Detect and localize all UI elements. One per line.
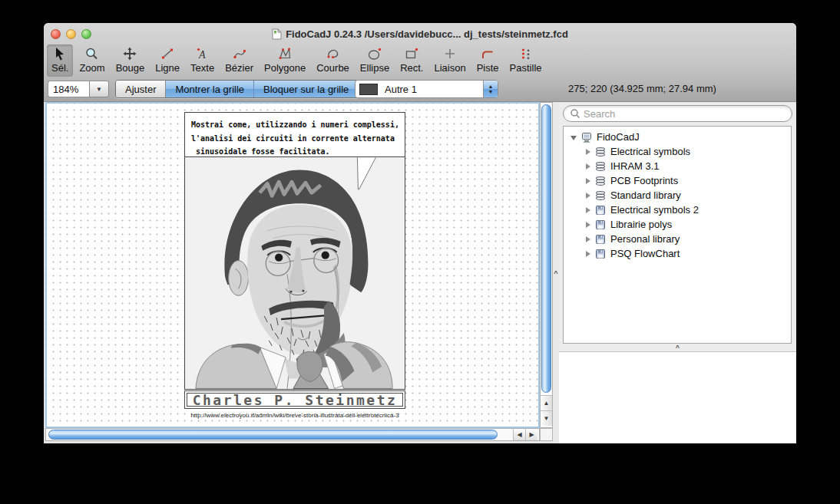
tree-root-fidocadj[interactable]: FidoCadJ bbox=[564, 130, 791, 144]
source-url-text: http://www.electroyou.it/admin/wiki/brev… bbox=[162, 412, 428, 419]
arrow-left-icon: ◀ bbox=[517, 431, 521, 438]
tree-item-label: Electrical symbols bbox=[610, 146, 690, 157]
tree-item-electrical-symbols[interactable]: Electrical symbols bbox=[564, 144, 791, 159]
tool-polygon[interactable]: Polygone bbox=[260, 44, 310, 77]
scroll-up-button[interactable]: ▲ bbox=[541, 395, 552, 410]
tool-label: Ligne bbox=[155, 61, 180, 74]
layer-name: Autre 1 bbox=[385, 84, 483, 95]
tool-zoom[interactable]: Zoom bbox=[74, 44, 109, 77]
portrait-frame[interactable] bbox=[184, 156, 405, 390]
steinmetz-portrait bbox=[185, 157, 405, 389]
stepper-down-icon: ▼ bbox=[488, 89, 494, 94]
search-input[interactable] bbox=[584, 108, 785, 120]
tree-item-label: IHRAM 3.1 bbox=[610, 160, 660, 172]
speech-text-box[interactable]: Mostrai come, utilizzando i numeri compl… bbox=[184, 112, 405, 157]
tree-item-pcb-footprints[interactable]: PCB Footprints bbox=[564, 173, 791, 188]
tree-item-electrical-symbols-2[interactable]: Electrical symbols 2 bbox=[564, 203, 791, 217]
tool-select[interactable]: Sél. bbox=[47, 44, 73, 77]
tool-pad[interactable]: Pastille bbox=[505, 44, 547, 77]
window-title-text: FidoCadJ 0.24.3 /Users/davidebucc... dj_… bbox=[286, 28, 568, 40]
disclosure-closed-icon[interactable] bbox=[586, 207, 590, 213]
tool-bezier[interactable]: Bézier bbox=[220, 44, 258, 77]
close-button[interactable] bbox=[51, 29, 61, 39]
splitter-grip-icon: ^ bbox=[554, 271, 557, 275]
zoom-combo[interactable]: 184% ▼ bbox=[48, 81, 109, 97]
zoom-window-button[interactable] bbox=[81, 29, 91, 39]
tool-rect[interactable]: Rect. bbox=[395, 44, 428, 77]
floppy-disk-icon bbox=[594, 233, 607, 245]
pad-dots-icon bbox=[518, 46, 534, 61]
library-search[interactable] bbox=[563, 105, 792, 122]
polygon-icon bbox=[277, 46, 293, 61]
disclosure-closed-icon[interactable] bbox=[586, 163, 590, 170]
disclosure-closed-icon[interactable] bbox=[586, 193, 590, 199]
library-stack-icon bbox=[594, 175, 607, 187]
desktop: FidoCadJ 0.24.3 /Users/davidebucc... dj_… bbox=[0, 0, 840, 504]
titlebar[interactable]: FidoCadJ 0.24.3 /Users/davidebucc... dj_… bbox=[44, 23, 796, 44]
tree-item-ihram[interactable]: IHRAM 3.1 bbox=[564, 159, 791, 173]
zoom-dropdown-button[interactable]: ▼ bbox=[89, 81, 109, 97]
fit-button[interactable]: Ajuster bbox=[116, 81, 166, 97]
tool-curve[interactable]: Courbe bbox=[312, 44, 354, 77]
disclosure-closed-icon[interactable] bbox=[586, 251, 590, 257]
disclosure-closed-icon[interactable] bbox=[586, 222, 590, 228]
computer-icon bbox=[580, 131, 593, 143]
horizontal-scrollbar-thumb[interactable] bbox=[48, 430, 498, 440]
tool-connection[interactable]: Liaison bbox=[429, 44, 470, 77]
minimize-button[interactable] bbox=[66, 29, 76, 39]
tool-ellipse[interactable]: Ellipse bbox=[356, 44, 394, 77]
library-stack-icon bbox=[594, 146, 607, 158]
tool-line[interactable]: Ligne bbox=[150, 44, 184, 77]
tool-label: Rect. bbox=[400, 61, 423, 74]
tool-text[interactable]: A Texte bbox=[186, 44, 219, 77]
disclosure-closed-icon[interactable] bbox=[586, 149, 590, 155]
tree-item-librairie-polys[interactable]: Librairie polys bbox=[564, 217, 791, 232]
tool-move[interactable]: Bouge bbox=[111, 44, 150, 77]
tool-label: Sél. bbox=[51, 61, 68, 74]
text-icon: A bbox=[195, 46, 210, 61]
speech-line: Mostrai come, utilizzando i numeri compl… bbox=[191, 118, 405, 132]
vertical-scrollbar-thumb[interactable] bbox=[541, 104, 551, 393]
horizontal-splitter[interactable]: ^ bbox=[559, 344, 796, 351]
snap-grid-button[interactable]: Bloquer sur la grille bbox=[254, 81, 358, 97]
library-tree[interactable]: FidoCadJ Electrical symbols IHRAM 3.1 bbox=[563, 126, 792, 344]
tree-item-psq-flowchart[interactable]: PSQ FlowChart bbox=[564, 246, 791, 261]
move-cross-icon bbox=[122, 46, 137, 61]
caption-box[interactable]: Charles P. Steinmetz bbox=[184, 390, 405, 409]
library-panel: FidoCadJ Electrical symbols IHRAM 3.1 bbox=[559, 102, 796, 443]
layer-stepper[interactable]: ▲▼ bbox=[483, 80, 498, 98]
scroll-left-button[interactable]: ◀ bbox=[513, 429, 525, 440]
library-stack-icon bbox=[594, 160, 607, 173]
chevron-down-icon: ▼ bbox=[96, 86, 102, 93]
drawing-canvas[interactable]: Mostrai come, utilizzando i numeri compl… bbox=[45, 102, 540, 428]
tree-item-label: FidoCadJ bbox=[597, 131, 640, 143]
scroll-right-button[interactable]: ▶ bbox=[525, 429, 537, 440]
coordinates-readout: 275; 220 (34.925 mm; 27.94 mm) bbox=[568, 83, 716, 94]
vertical-scrollbar[interactable]: ▲ ▼ bbox=[540, 102, 553, 428]
tool-pcb-line[interactable]: Piste bbox=[472, 44, 504, 77]
floppy-disk-icon bbox=[594, 204, 607, 216]
magnifier-icon bbox=[84, 46, 100, 61]
floppy-disk-icon bbox=[594, 219, 607, 231]
tree-item-label: Librairie polys bbox=[610, 219, 672, 230]
tree-item-label: PCB Footprints bbox=[610, 175, 678, 186]
curve-icon bbox=[326, 46, 341, 61]
disclosure-closed-icon[interactable] bbox=[586, 178, 590, 184]
scroll-down-button[interactable]: ▼ bbox=[541, 410, 552, 426]
zoom-value[interactable]: 184% bbox=[48, 81, 89, 97]
layer-color-swatch bbox=[359, 84, 378, 95]
arrow-down-icon: ▼ bbox=[544, 415, 550, 422]
disclosure-open-icon[interactable] bbox=[570, 136, 577, 140]
library-stack-icon bbox=[594, 189, 607, 202]
vertical-splitter[interactable]: ^ bbox=[553, 102, 559, 443]
tool-label: Polygone bbox=[264, 61, 306, 74]
tree-item-personal-library[interactable]: Personal library bbox=[564, 232, 791, 246]
disclosure-closed-icon[interactable] bbox=[586, 236, 590, 242]
layer-combo[interactable]: Autre 1 ▲▼ bbox=[355, 80, 498, 98]
document-proxy-icon bbox=[272, 28, 282, 40]
show-grid-button[interactable]: Montrer la grille bbox=[166, 81, 254, 97]
tool-label: Liaison bbox=[434, 61, 465, 74]
tool-label: Bézier bbox=[225, 61, 253, 74]
tree-item-standard-library[interactable]: Standard library bbox=[564, 188, 791, 203]
horizontal-scrollbar[interactable]: ◀ ▶ bbox=[45, 428, 540, 441]
